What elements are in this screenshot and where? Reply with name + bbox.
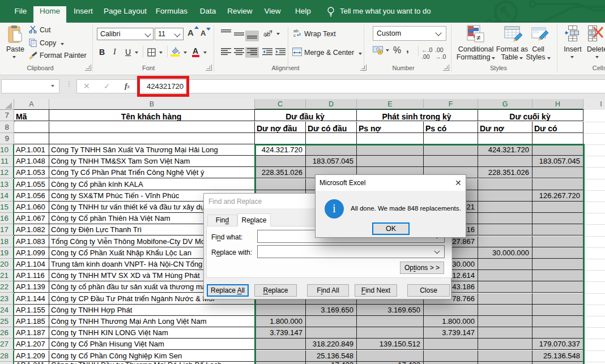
svg-text:ab: ab <box>263 31 270 37</box>
svg-text:c: c <box>293 33 296 37</box>
svg-text:≠: ≠ <box>476 33 480 42</box>
